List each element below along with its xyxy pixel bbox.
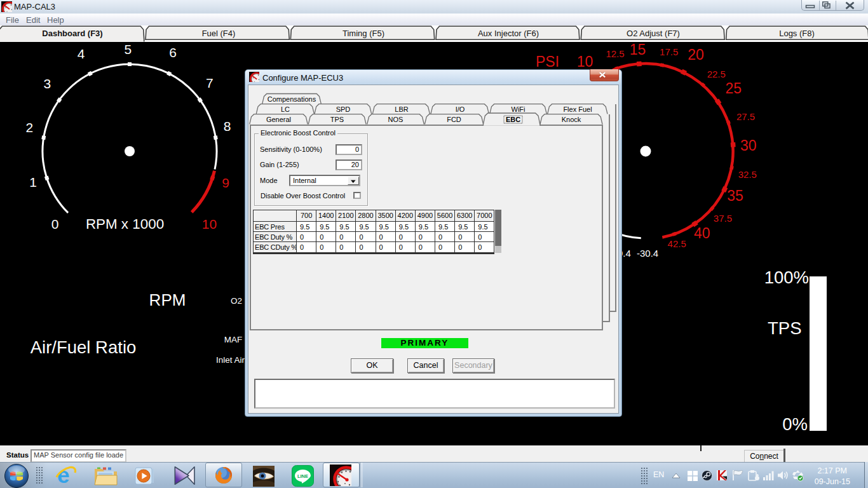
svg-text:0: 0	[51, 217, 59, 231]
svg-text:15: 15	[630, 42, 646, 58]
svg-text:4: 4	[78, 46, 85, 61]
svg-text:10: 10	[577, 53, 593, 70]
svg-text:-30.4: -30.4	[637, 248, 658, 259]
svg-text:Flex Fuel: Flex Fuel	[563, 105, 592, 113]
svg-text:Knock: Knock	[562, 116, 581, 123]
svg-text:20: 20	[688, 46, 704, 63]
svg-text:RPM x 1000: RPM x 1000	[86, 216, 164, 232]
svg-text:7: 7	[206, 76, 214, 90]
svg-text:1: 1	[29, 175, 37, 189]
svg-text:10: 10	[202, 217, 217, 231]
svg-text:Compensations: Compensations	[268, 95, 316, 103]
svg-text:8: 8	[224, 119, 231, 133]
svg-text:I/O: I/O	[456, 105, 465, 113]
svg-text:RPM: RPM	[149, 290, 186, 309]
svg-text:17.5: 17.5	[660, 46, 678, 57]
svg-text:27.5: 27.5	[736, 111, 755, 122]
svg-text:TPS: TPS	[768, 318, 801, 338]
svg-text:PSI: PSI	[536, 53, 559, 70]
svg-text:NOS: NOS	[388, 116, 403, 123]
svg-text:42.5: 42.5	[668, 238, 686, 249]
svg-text:12.5: 12.5	[606, 48, 624, 59]
svg-text:6: 6	[169, 45, 177, 60]
svg-text:37.5: 37.5	[714, 213, 732, 224]
svg-text:O2: O2	[231, 296, 242, 306]
svg-text:General: General	[266, 116, 291, 123]
svg-text:EBC: EBC	[506, 116, 520, 123]
svg-text:MAF: MAF	[224, 335, 243, 344]
svg-text:WiFi: WiFi	[512, 105, 526, 113]
svg-text:100%: 100%	[764, 268, 809, 287]
svg-text:30: 30	[740, 137, 757, 154]
svg-text:35: 35	[727, 187, 743, 204]
svg-text:9: 9	[222, 175, 229, 190]
svg-text:2: 2	[25, 120, 33, 135]
svg-text:5: 5	[124, 42, 132, 57]
svg-text:FCD: FCD	[447, 116, 461, 123]
svg-text:TPS: TPS	[330, 116, 344, 123]
svg-text:25: 25	[726, 80, 742, 97]
svg-text:SPD: SPD	[336, 105, 351, 113]
svg-text:LINE: LINE	[297, 473, 308, 479]
svg-text:40: 40	[694, 225, 710, 241]
svg-text:LC: LC	[281, 105, 290, 113]
svg-text:Air/Fuel Ratio: Air/Fuel Ratio	[31, 337, 137, 357]
svg-text:22.5: 22.5	[707, 69, 726, 79]
svg-text:0%: 0%	[782, 414, 808, 434]
svg-text:32.5: 32.5	[738, 169, 757, 180]
svg-text:LBR: LBR	[395, 105, 408, 113]
svg-text:3: 3	[43, 76, 51, 91]
